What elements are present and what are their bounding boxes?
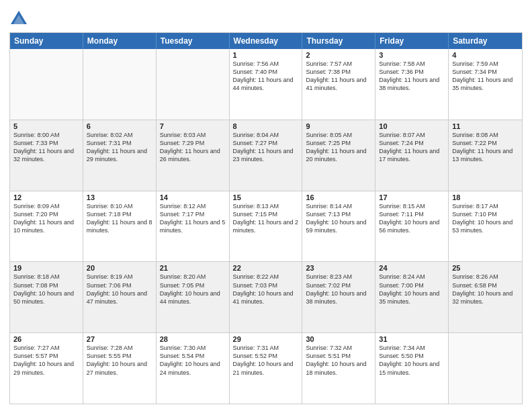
calendar-cell [157, 49, 230, 120]
day-number: 25 [452, 264, 519, 272]
day-number: 22 [233, 264, 299, 272]
day-number: 12 [13, 193, 79, 201]
cell-sun-info: Sunrise: 8:12 AM Sunset: 7:17 PM Dayligh… [160, 202, 226, 235]
cell-sun-info: Sunrise: 8:17 AM Sunset: 7:10 PM Dayligh… [452, 202, 519, 235]
cell-sun-info: Sunrise: 8:00 AM Sunset: 7:33 PM Dayligh… [13, 131, 79, 164]
day-number: 9 [306, 122, 371, 130]
day-number: 26 [13, 335, 79, 343]
calendar-cell: 12Sunrise: 8:09 AM Sunset: 7:20 PM Dayli… [10, 191, 83, 262]
day-number: 6 [87, 122, 152, 130]
cell-sun-info: Sunrise: 7:27 AM Sunset: 5:57 PM Dayligh… [13, 344, 79, 377]
calendar-cell: 18Sunrise: 8:17 AM Sunset: 7:10 PM Dayli… [449, 191, 522, 262]
day-number: 5 [13, 122, 79, 130]
day-number: 20 [87, 264, 152, 272]
calendar-cell: 24Sunrise: 8:24 AM Sunset: 7:00 PM Dayli… [375, 262, 449, 332]
cell-sun-info: Sunrise: 8:24 AM Sunset: 7:00 PM Dayligh… [379, 273, 445, 306]
calendar-cell [10, 49, 83, 120]
day-number: 17 [379, 193, 445, 201]
cell-sun-info: Sunrise: 8:18 AM Sunset: 7:08 PM Dayligh… [13, 273, 79, 306]
calendar-cell: 2Sunrise: 7:57 AM Sunset: 7:38 PM Daylig… [302, 49, 375, 120]
calendar-cell: 20Sunrise: 8:19 AM Sunset: 7:06 PM Dayli… [83, 262, 157, 332]
calendar-row-4: 19Sunrise: 8:18 AM Sunset: 7:08 PM Dayli… [10, 261, 522, 332]
day-number: 23 [306, 264, 371, 272]
cell-sun-info: Sunrise: 8:09 AM Sunset: 7:20 PM Dayligh… [13, 202, 79, 235]
day-number: 7 [160, 122, 226, 130]
day-header-saturday: Saturday [449, 33, 522, 49]
cell-sun-info: Sunrise: 8:26 AM Sunset: 6:58 PM Dayligh… [452, 273, 519, 306]
calendar-cell: 17Sunrise: 8:15 AM Sunset: 7:11 PM Dayli… [375, 191, 449, 262]
cell-sun-info: Sunrise: 8:19 AM Sunset: 7:06 PM Dayligh… [87, 273, 152, 306]
calendar-cell: 29Sunrise: 7:31 AM Sunset: 5:52 PM Dayli… [230, 333, 303, 404]
day-number: 15 [233, 193, 299, 201]
calendar-cell: 19Sunrise: 8:18 AM Sunset: 7:08 PM Dayli… [10, 262, 83, 332]
day-header-sunday: Sunday [10, 33, 83, 49]
calendar-cell: 15Sunrise: 8:13 AM Sunset: 7:15 PM Dayli… [230, 191, 303, 262]
cell-sun-info: Sunrise: 8:23 AM Sunset: 7:02 PM Dayligh… [306, 273, 371, 306]
calendar-cell: 6Sunrise: 8:02 AM Sunset: 7:31 PM Daylig… [83, 120, 157, 191]
calendar-cell: 8Sunrise: 8:04 AM Sunset: 7:27 PM Daylig… [230, 120, 303, 191]
calendar-cell: 25Sunrise: 8:26 AM Sunset: 6:58 PM Dayli… [449, 262, 522, 332]
cell-sun-info: Sunrise: 7:32 AM Sunset: 5:51 PM Dayligh… [306, 344, 371, 377]
day-number: 8 [233, 122, 299, 130]
calendar-row-2: 5Sunrise: 8:00 AM Sunset: 7:33 PM Daylig… [10, 120, 522, 191]
page: SundayMondayTuesdayWednesdayThursdayFrid… [0, 0, 532, 411]
day-number: 29 [233, 335, 299, 343]
calendar-cell: 9Sunrise: 8:05 AM Sunset: 7:25 PM Daylig… [302, 120, 375, 191]
calendar-cell: 21Sunrise: 8:20 AM Sunset: 7:05 PM Dayli… [157, 262, 230, 332]
cell-sun-info: Sunrise: 8:20 AM Sunset: 7:05 PM Dayligh… [160, 273, 226, 306]
calendar-row-1: 1Sunrise: 7:56 AM Sunset: 7:40 PM Daylig… [10, 49, 522, 120]
cell-sun-info: Sunrise: 8:02 AM Sunset: 7:31 PM Dayligh… [87, 131, 152, 164]
day-number: 18 [452, 193, 519, 201]
day-number: 21 [160, 264, 226, 272]
cell-sun-info: Sunrise: 8:22 AM Sunset: 7:03 PM Dayligh… [233, 273, 299, 306]
calendar-cell: 4Sunrise: 7:59 AM Sunset: 7:34 PM Daylig… [449, 49, 522, 120]
cell-sun-info: Sunrise: 7:58 AM Sunset: 7:36 PM Dayligh… [379, 60, 445, 93]
cell-sun-info: Sunrise: 7:56 AM Sunset: 7:40 PM Dayligh… [233, 60, 299, 93]
day-header-tuesday: Tuesday [157, 33, 230, 49]
calendar-cell [449, 333, 522, 404]
cell-sun-info: Sunrise: 7:31 AM Sunset: 5:52 PM Dayligh… [233, 344, 299, 377]
cell-sun-info: Sunrise: 8:08 AM Sunset: 7:22 PM Dayligh… [452, 131, 519, 164]
calendar-row-3: 12Sunrise: 8:09 AM Sunset: 7:20 PM Dayli… [10, 191, 522, 262]
day-header-thursday: Thursday [302, 33, 375, 49]
day-number: 10 [379, 122, 445, 130]
day-header-monday: Monday [83, 33, 157, 49]
day-number: 11 [452, 122, 519, 130]
cell-sun-info: Sunrise: 7:34 AM Sunset: 5:50 PM Dayligh… [379, 344, 445, 377]
calendar-cell: 31Sunrise: 7:34 AM Sunset: 5:50 PM Dayli… [375, 333, 449, 404]
calendar-cell: 28Sunrise: 7:30 AM Sunset: 5:54 PM Dayli… [157, 333, 230, 404]
day-number: 31 [379, 335, 445, 343]
day-number: 2 [306, 51, 371, 59]
cell-sun-info: Sunrise: 8:15 AM Sunset: 7:11 PM Dayligh… [379, 202, 445, 235]
calendar-cell: 27Sunrise: 7:28 AM Sunset: 5:55 PM Dayli… [83, 333, 157, 404]
day-header-wednesday: Wednesday [230, 33, 303, 49]
day-number: 3 [379, 51, 445, 59]
day-number: 27 [87, 335, 152, 343]
calendar-cell: 7Sunrise: 8:03 AM Sunset: 7:29 PM Daylig… [157, 120, 230, 191]
calendar-body: 1Sunrise: 7:56 AM Sunset: 7:40 PM Daylig… [10, 49, 522, 404]
cell-sun-info: Sunrise: 8:13 AM Sunset: 7:15 PM Dayligh… [233, 202, 299, 235]
day-number: 19 [13, 264, 79, 272]
cell-sun-info: Sunrise: 8:10 AM Sunset: 7:18 PM Dayligh… [87, 202, 152, 235]
cell-sun-info: Sunrise: 8:07 AM Sunset: 7:24 PM Dayligh… [379, 131, 445, 164]
day-header-friday: Friday [375, 33, 449, 49]
calendar: SundayMondayTuesdayWednesdayThursdayFrid… [9, 32, 523, 404]
calendar-cell: 13Sunrise: 8:10 AM Sunset: 7:18 PM Dayli… [83, 191, 157, 262]
calendar-cell: 30Sunrise: 7:32 AM Sunset: 5:51 PM Dayli… [302, 333, 375, 404]
day-number: 28 [160, 335, 226, 343]
calendar-cell: 14Sunrise: 8:12 AM Sunset: 7:17 PM Dayli… [157, 191, 230, 262]
cell-sun-info: Sunrise: 7:57 AM Sunset: 7:38 PM Dayligh… [306, 60, 371, 93]
day-number: 14 [160, 193, 226, 201]
cell-sun-info: Sunrise: 8:03 AM Sunset: 7:29 PM Dayligh… [160, 131, 226, 164]
calendar-row-5: 26Sunrise: 7:27 AM Sunset: 5:57 PM Dayli… [10, 332, 522, 404]
day-number: 13 [87, 193, 152, 201]
day-number: 1 [233, 51, 299, 59]
header [9, 7, 523, 28]
calendar-cell: 23Sunrise: 8:23 AM Sunset: 7:02 PM Dayli… [302, 262, 375, 332]
calendar-cell [83, 49, 157, 120]
day-number: 16 [306, 193, 371, 201]
day-number: 4 [452, 51, 519, 59]
logo-icon [9, 9, 28, 28]
logo [9, 9, 30, 28]
cell-sun-info: Sunrise: 8:04 AM Sunset: 7:27 PM Dayligh… [233, 131, 299, 164]
